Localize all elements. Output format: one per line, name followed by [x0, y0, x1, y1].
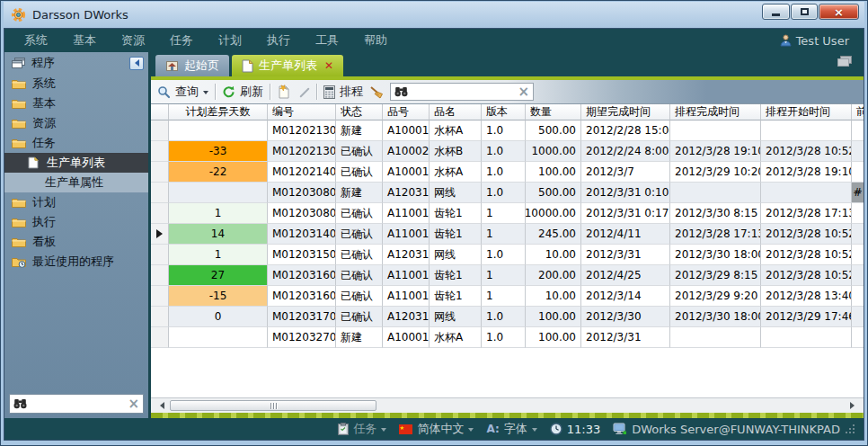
scroll-left-button[interactable] — [153, 399, 168, 412]
column-header[interactable]: 品名 — [430, 104, 482, 120]
row-selector-cell[interactable] — [151, 203, 169, 224]
table-cell[interactable]: 2012/3/29 9:20 — [670, 286, 761, 307]
table-cell[interactable]: A10001 — [383, 327, 430, 348]
clear-icon[interactable]: × — [518, 85, 529, 99]
table-cell[interactable] — [852, 141, 864, 162]
table-cell[interactable] — [670, 327, 761, 348]
sidebar-item[interactable]: 任务 — [4, 133, 148, 153]
tab-production-order-list[interactable]: 生产单列表 ✕ — [232, 55, 343, 76]
clear-icon[interactable]: × — [128, 397, 139, 411]
table-row[interactable]: M012030801新建A12031网线1.0500.002012/3/31 0… — [151, 183, 864, 203]
dropdown-caret-icon[interactable] — [203, 91, 208, 97]
table-cell[interactable]: 2012/3/28 10:52 — [761, 141, 852, 162]
table-cell[interactable]: A12031 — [383, 183, 430, 203]
table-cell[interactable]: 1.0 — [482, 120, 526, 141]
table-cell[interactable] — [169, 183, 268, 203]
sidebar-item[interactable]: 最近使用的程序 — [4, 252, 148, 272]
table-cell[interactable]: 100.00 — [526, 162, 581, 183]
table-cell[interactable]: -22 — [169, 162, 268, 183]
query-button[interactable]: 查询 — [157, 84, 208, 100]
table-cell[interactable] — [852, 162, 864, 183]
close-button[interactable]: × — [819, 4, 859, 20]
table-cell[interactable]: 2012/3/31 — [581, 327, 670, 348]
menu-item[interactable]: 执行 — [254, 29, 303, 52]
clean-button[interactable] — [369, 85, 384, 99]
table-cell[interactable]: 2012/3/28 13:40 — [761, 286, 852, 307]
table-row[interactable]: 1M012031501已确认A12031网线1.010.002012/3/312… — [151, 245, 864, 265]
table-cell[interactable] — [852, 245, 864, 265]
table-cell[interactable]: 2012/3/28 17:13 — [670, 224, 761, 245]
table-cell[interactable]: 已确认 — [336, 141, 383, 162]
table-cell[interactable]: 已确认 — [336, 265, 383, 286]
column-header[interactable]: 品号 — [383, 104, 430, 120]
table-cell[interactable]: 200.00 — [526, 265, 581, 286]
table-cell[interactable]: 网线 — [430, 307, 482, 327]
table-cell[interactable]: 2012/2/24 8:00 — [581, 141, 670, 162]
table-cell[interactable]: 2012/3/31 0:17 — [581, 203, 670, 224]
scroll-thumb[interactable] — [170, 400, 376, 411]
table-cell[interactable]: 水杯A — [430, 120, 482, 141]
sidebar-item[interactable]: 计划 — [4, 192, 148, 212]
table-cell[interactable]: 100.00 — [526, 307, 581, 327]
table-cell[interactable]: A11001 — [383, 203, 430, 224]
table-cell[interactable]: A12031 — [383, 245, 430, 265]
table-cell[interactable]: 已确认 — [336, 245, 383, 265]
table-cell[interactable]: 1.0 — [482, 183, 526, 203]
row-selector-cell[interactable] — [151, 286, 169, 307]
table-cell[interactable]: 2012/2/28 15:00 — [581, 120, 670, 141]
table-row[interactable]: 0M012031701已确认A12031网线1.0100.002012/3/30… — [151, 307, 864, 327]
table-row[interactable]: M012021301新建A10001水杯A1.0500.002012/2/28 … — [151, 120, 864, 141]
menu-item[interactable]: 系统 — [12, 29, 60, 52]
row-selector-cell[interactable] — [151, 120, 169, 141]
font-menu[interactable]: A: 字体 — [486, 421, 536, 437]
table-cell[interactable]: 已确认 — [336, 162, 383, 183]
table-cell[interactable]: 2012/3/28 10:52 — [761, 224, 852, 245]
row-selector-cell[interactable] — [151, 327, 169, 348]
menu-item[interactable]: 计划 — [206, 29, 254, 52]
table-cell[interactable]: 齿轮1 — [430, 203, 482, 224]
table-cell[interactable]: M012031601 — [268, 265, 336, 286]
table-cell[interactable]: 新建 — [336, 120, 383, 141]
sidebar-item[interactable]: 生产单属性 — [4, 173, 148, 192]
table-cell[interactable]: M012031501 — [268, 245, 336, 265]
row-selector-cell[interactable] — [151, 141, 169, 162]
table-cell[interactable]: 网线 — [430, 245, 482, 265]
table-cell[interactable] — [169, 327, 268, 348]
collapse-sidebar-button[interactable] — [129, 57, 144, 70]
table-cell[interactable]: 已确认 — [336, 307, 383, 327]
table-cell[interactable]: 14 — [169, 224, 268, 245]
table-cell[interactable]: 2012/3/14 — [581, 286, 670, 307]
tab-list-icon[interactable] — [837, 58, 849, 67]
table-cell[interactable]: # — [852, 183, 864, 203]
table-cell[interactable]: 2012/3/28 10:52 — [761, 245, 852, 265]
table-cell[interactable]: 2012/4/25 — [581, 265, 670, 286]
table-cell[interactable]: M012021302 — [268, 141, 336, 162]
new-button[interactable] — [277, 85, 290, 99]
table-cell[interactable] — [852, 203, 864, 224]
table-cell[interactable]: 245.00 — [526, 224, 581, 245]
table-cell[interactable]: A10002 — [383, 141, 430, 162]
table-cell[interactable]: 2012/3/29 8:15 — [670, 265, 761, 286]
table-cell[interactable] — [761, 183, 852, 203]
edit-slash-icon[interactable] — [297, 85, 310, 99]
table-row[interactable]: -33M012021302已确认A10002水杯B1.01000.002012/… — [151, 141, 864, 162]
tab-close-icon[interactable]: ✕ — [324, 59, 333, 72]
row-selector-cell[interactable] — [151, 265, 169, 286]
table-cell[interactable]: 1 — [169, 203, 268, 224]
table-cell[interactable]: A11001 — [383, 286, 430, 307]
table-cell[interactable]: 1.0 — [482, 245, 526, 265]
table-cell[interactable]: 已确认 — [336, 224, 383, 245]
table-cell[interactable]: 2012/3/28 17:13 — [761, 203, 852, 224]
table-row[interactable]: -22M012021401已确认A10001水杯A1.0100.002012/3… — [151, 162, 864, 183]
table-cell[interactable]: 2012/3/28 19:10 — [761, 162, 852, 183]
table-cell[interactable]: 500.00 — [526, 120, 581, 141]
table-cell[interactable]: 水杯B — [430, 141, 482, 162]
table-cell[interactable]: 已确认 — [336, 203, 383, 224]
table-cell[interactable]: 100.00 — [526, 327, 581, 348]
table-row[interactable]: 1M012030802已确认A11001齿轮1110000.002012/3/3… — [151, 203, 864, 224]
menu-item[interactable]: 帮助 — [351, 29, 400, 52]
table-cell[interactable]: 2012/3/30 8:15 — [670, 203, 761, 224]
row-selector-cell[interactable] — [151, 183, 169, 203]
column-header[interactable]: 前 — [852, 104, 864, 120]
table-cell[interactable]: 新建 — [336, 327, 383, 348]
